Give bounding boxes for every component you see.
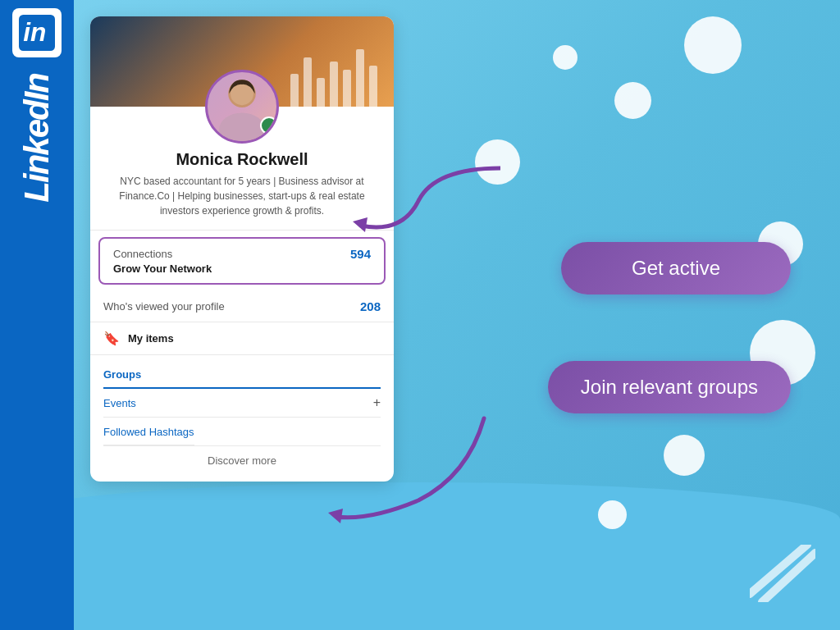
groups-nav-item[interactable]: Groups [103,362,381,389]
connections-label: Connections [113,248,172,260]
linkedin-logo-icon: in [19,15,55,51]
avatar-wrapper [90,70,394,144]
views-count: 208 [360,299,381,313]
decorative-lines [750,545,815,605]
connections-sub-label[interactable]: Grow Your Network [113,262,371,275]
deco-circle-2 [614,82,651,119]
svg-marker-7 [353,217,368,232]
my-items-label: My items [128,332,174,345]
linkedin-brand-text: LinkedIn [17,74,57,203]
svg-text:in: in [23,17,46,47]
arrow-to-groups [287,410,492,525]
views-label: Who's viewed your profile [103,300,225,313]
add-icon[interactable]: + [373,395,381,410]
bookmark-icon: 🔖 [103,331,120,346]
deco-circle-1 [684,16,742,74]
online-indicator [260,116,278,135]
deco-circle-6 [598,500,627,529]
my-items-section[interactable]: 🔖 My items [90,322,394,355]
hashtags-label: Followed Hashtags [103,419,194,445]
get-active-label: Get active [632,257,720,280]
groups-label[interactable]: Groups [103,362,381,389]
svg-point-5 [219,112,265,144]
profile-views-section[interactable]: Who's viewed your profile 208 [90,291,394,322]
deco-circle-8 [553,45,578,70]
linkedin-sidebar: in LinkedIn [0,0,74,630]
linkedin-logo-box: in [12,8,62,57]
join-groups-button[interactable]: Join relevant groups [548,361,791,413]
avatar [205,70,279,144]
svg-marker-8 [328,509,343,523]
get-active-button[interactable]: Get active [561,242,791,294]
arrow-to-profile [271,152,500,250]
events-label: Events [103,397,136,409]
deco-circle-5 [664,435,705,476]
join-groups-label: Join relevant groups [581,376,758,399]
